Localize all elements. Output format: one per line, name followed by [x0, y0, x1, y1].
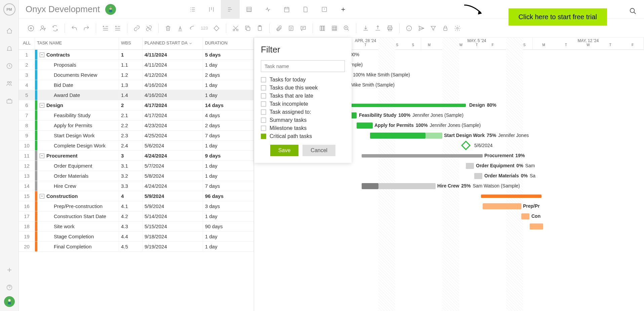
task-name-cell[interactable]: −Construction — [38, 191, 119, 201]
gantt-bar[interactable] — [521, 213, 529, 219]
task-row[interactable]: 18 Site work 4.3 5/15/2024 90 days — [19, 221, 254, 232]
task-name-cell[interactable]: Documents Review — [38, 70, 119, 80]
help-icon[interactable] — [5, 283, 13, 291]
grid-icon[interactable] — [329, 23, 340, 34]
col-wbs[interactable]: WBS — [119, 38, 143, 49]
milestone-diamond[interactable] — [461, 141, 471, 150]
filter-option[interactable]: Tasks that are late — [261, 93, 345, 99]
lock-icon[interactable] — [440, 23, 451, 34]
user-avatar[interactable] — [4, 296, 15, 307]
gantt-bar[interactable] — [378, 183, 436, 189]
board-view-icon[interactable] — [202, 0, 221, 19]
task-name-cell[interactable]: Order Materials — [38, 171, 119, 181]
attachment-icon[interactable] — [274, 23, 284, 34]
task-row[interactable]: 8 Apply for Permits 2.2 4/23/2024 2 days — [19, 120, 254, 131]
bell-icon[interactable] — [5, 44, 13, 53]
gantt-bar[interactable] — [362, 154, 483, 158]
task-row[interactable]: 9 Start Design Work 2.3 4/25/2024 7 days — [19, 131, 254, 141]
gantt-bar[interactable] — [426, 133, 442, 139]
paste-icon[interactable] — [254, 23, 265, 34]
link-icon[interactable] — [131, 23, 142, 34]
calendar-view-icon[interactable] — [277, 0, 296, 19]
unlink-icon[interactable] — [144, 23, 154, 34]
info-icon[interactable] — [404, 23, 414, 34]
number-icon[interactable]: 123 — [199, 23, 210, 34]
clear-format-icon[interactable] — [187, 23, 198, 34]
checkbox-icon[interactable] — [261, 134, 266, 139]
gantt-bar[interactable] — [530, 223, 543, 230]
checkbox-icon[interactable] — [261, 85, 266, 91]
copy-icon[interactable] — [242, 23, 253, 34]
task-name-cell[interactable]: Stage Completion — [38, 232, 119, 241]
gantt-bar[interactable] — [466, 163, 474, 169]
clock-icon[interactable] — [5, 62, 13, 70]
task-row[interactable]: 5 Award Date 1.4 4/16/2024 1 day — [19, 90, 254, 100]
task-name-cell[interactable]: −Design — [38, 100, 119, 110]
filter-option[interactable]: Summary tasks — [261, 117, 345, 123]
task-row[interactable]: 12 Order Equipment 3.1 5/7/2024 1 day — [19, 161, 254, 171]
gantt-bar[interactable] — [483, 203, 521, 209]
risk-view-icon[interactable] — [315, 0, 334, 19]
task-row[interactable]: 17 Construction Start Date 4.2 5/14/2024… — [19, 211, 254, 221]
task-name-cell[interactable]: Apply for Permits — [38, 120, 119, 130]
filter-task-name-input[interactable] — [261, 60, 345, 72]
task-name-cell[interactable]: −Contracts — [38, 50, 119, 60]
filter-cancel-button[interactable]: Cancel — [303, 145, 335, 156]
trial-button[interactable]: Click here to start free trial — [509, 8, 607, 26]
gantt-bar[interactable] — [370, 133, 426, 139]
task-row[interactable]: 10 Complete Design Work 2.4 5/6/2024 1 d… — [19, 141, 254, 151]
task-row[interactable]: 19 Stage Completion 4.4 9/18/2024 1 day — [19, 232, 254, 242]
task-name-cell[interactable]: Start Design Work — [38, 131, 119, 140]
checkbox-icon[interactable] — [261, 109, 266, 115]
task-name-cell[interactable]: Bid Date — [38, 80, 119, 90]
task-name-cell[interactable]: Site work — [38, 221, 119, 231]
assign-icon[interactable] — [38, 23, 48, 34]
task-row[interactable]: 7 Feasibility Study 2.1 4/17/2024 4 days — [19, 110, 254, 120]
task-row[interactable]: 16 Prep/Pre-construction 4.1 5/9/2024 3 … — [19, 201, 254, 211]
filter-option[interactable]: Task incomplete — [261, 101, 345, 107]
comment-icon[interactable] — [298, 23, 309, 34]
zoom-icon[interactable] — [341, 23, 352, 34]
task-row[interactable]: 4 Bid Date 1.3 4/16/2024 1 day — [19, 80, 254, 90]
filter-option[interactable]: Tasks due this week — [261, 85, 345, 91]
checkbox-icon[interactable] — [261, 77, 266, 82]
task-name-cell[interactable]: Proposals — [38, 60, 119, 70]
send-icon[interactable] — [416, 23, 427, 34]
col-duration[interactable]: DURATION — [203, 38, 254, 49]
col-all[interactable]: ALL — [19, 38, 35, 49]
task-name-cell[interactable]: Order Equipment — [38, 161, 119, 171]
redo-icon[interactable] — [81, 23, 92, 34]
columns-icon[interactable] — [317, 23, 328, 34]
text-color-icon[interactable] — [175, 23, 186, 34]
briefcase-icon[interactable] — [5, 97, 13, 105]
people-icon[interactable] — [5, 79, 13, 88]
task-row[interactable]: 1 −Contracts 1 4/11/2024 5 days — [19, 50, 254, 60]
checkbox-icon[interactable] — [261, 126, 266, 131]
search-icon[interactable] — [629, 7, 637, 15]
print-icon[interactable] — [385, 23, 395, 34]
task-name-cell[interactable]: Complete Design Work — [38, 141, 119, 150]
collapse-icon[interactable]: − — [40, 103, 44, 108]
activity-view-icon[interactable] — [258, 0, 277, 19]
col-task-name[interactable]: TASK NAME — [35, 38, 119, 49]
undo-icon[interactable] — [69, 23, 80, 34]
cut-icon[interactable] — [230, 23, 241, 34]
filter-option[interactable]: Critical path tasks — [261, 133, 345, 139]
project-avatar[interactable] — [105, 4, 116, 15]
task-row[interactable]: 15 −Construction 4 5/9/2024 96 days — [19, 191, 254, 201]
task-row[interactable]: 6 −Design 2 4/17/2024 14 days — [19, 100, 254, 110]
delete-icon[interactable] — [163, 23, 173, 34]
list-view-icon[interactable] — [183, 0, 202, 19]
task-name-cell[interactable]: Final Completion — [38, 242, 119, 251]
collapse-icon[interactable]: − — [40, 153, 44, 158]
filter-option[interactable]: Milestone tasks — [261, 125, 345, 131]
gantt-bar[interactable] — [481, 195, 541, 198]
task-row[interactable]: 20 Final Completion 4.5 9/19/2024 1 day — [19, 242, 254, 252]
add-task-icon[interactable] — [26, 23, 36, 34]
gantt-bar[interactable] — [357, 123, 373, 129]
sheet-view-icon[interactable] — [240, 0, 258, 19]
plus-icon[interactable] — [5, 266, 13, 274]
task-name-cell[interactable]: Prep/Pre-construction — [38, 201, 119, 211]
gantt-bar[interactable] — [474, 173, 482, 179]
filter-option[interactable]: Tasks for today — [261, 77, 345, 83]
